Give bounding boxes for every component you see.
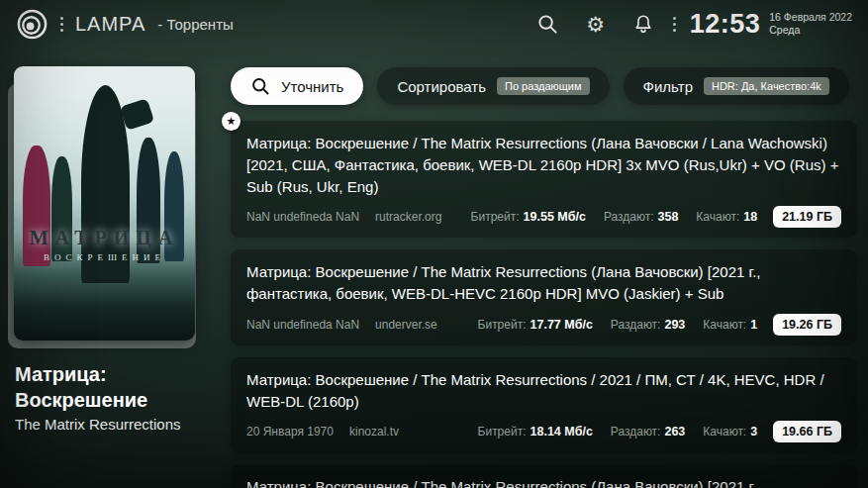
date-text: 16 Февраля 2022	[769, 11, 852, 24]
size-badge: 19.26 ГБ	[773, 314, 841, 336]
torrent-title: Матрица: Воскрешение / The Matrix Resurr…	[246, 261, 841, 305]
torrent-date: NaN undefineda NaN	[246, 318, 359, 332]
torrent-title: Матрица: Воскрешение / The Matrix Resurr…	[246, 133, 841, 197]
torrent-tracker: rutracker.org	[375, 210, 441, 224]
torrent-meta-row: 20 Января 1970 kinozal.tv Битрейт:18.14 …	[246, 421, 841, 442]
torrent-row[interactable]: Матрица: Воскрешение / The Matrix Resurr…	[231, 357, 857, 453]
search-icon	[250, 76, 271, 97]
leechers-stat: Качают:3	[703, 425, 757, 439]
refine-search-button[interactable]: Уточнить	[231, 67, 363, 105]
weekday-text: Среда	[769, 24, 852, 37]
seeders-stat: Раздают:358	[604, 210, 678, 224]
settings-gear-icon[interactable]: ⚙	[584, 12, 608, 36]
torrent-title: Матрица: Воскрешение / The Matrix Resurr…	[246, 369, 841, 413]
torrent-meta-row: NaN undefineda NaN rutracker.org Битрейт…	[246, 206, 841, 228]
torrent-tracker: underver.se	[375, 318, 437, 332]
leechers-stat: Качают:18	[696, 210, 757, 224]
torrent-title: Матрица: Воскрешение / The Matrix Resurr…	[246, 476, 841, 488]
torrent-row[interactable]: Матрица: Воскрешение / The Matrix Resurr…	[231, 464, 857, 488]
clock-time: 12:53	[690, 9, 761, 40]
toolbar: Уточнить Сортировать По раздающим Фильтр…	[231, 67, 857, 105]
size-badge: 21.19 ГБ	[773, 206, 841, 228]
movie-poster: МАТРИЦА ВОСКРЕШЕНИЕ	[14, 66, 195, 341]
seeders-stat: Раздают:293	[611, 318, 685, 332]
date-block: 16 Февраля 2022 Среда	[769, 11, 852, 36]
header-more-dots-icon[interactable]	[673, 17, 676, 32]
torrent-row[interactable]: Матрица: Воскрешение / The Matrix Resurr…	[231, 249, 857, 345]
menu-dots-icon[interactable]	[60, 17, 63, 32]
bitrate-stat: Битрейт:17.77 Мб/с	[478, 318, 593, 332]
filter-button[interactable]: Фильтр HDR: Да, Качество:4k	[624, 67, 849, 105]
bitrate-stat: Битрейт:18.14 Мб/с	[478, 425, 593, 439]
torrent-tracker: kinozal.tv	[349, 425, 399, 439]
sort-button-label: Сортировать	[397, 78, 486, 95]
size-badge: 19.66 ГБ	[773, 421, 841, 442]
app-title: LAMPA	[75, 13, 145, 36]
torrent-meta-row: NaN undefineda NaN underver.se Битрейт:1…	[246, 314, 841, 336]
movie-original-title: The Matrix Resurrections	[15, 416, 213, 433]
leechers-stat: Качают:1	[703, 318, 757, 332]
sort-value-badge: По раздающим	[497, 77, 590, 95]
search-icon[interactable]	[536, 12, 560, 36]
notifications-bell-icon[interactable]	[631, 12, 655, 36]
lampa-logo-icon	[16, 8, 48, 41]
sort-button[interactable]: Сортировать По раздающим	[377, 67, 609, 105]
torrent-row[interactable]: ★ Матрица: Воскрешение / The Matrix Resu…	[231, 121, 857, 238]
refine-button-label: Уточнить	[281, 78, 343, 95]
seeders-stat: Раздают:263	[611, 425, 685, 439]
star-marker-icon: ★	[222, 112, 241, 131]
page-title: - Торренты	[157, 16, 233, 33]
lampa-app-window: LAMPA - Торренты ⚙ 12:53 16 Февраля 2022…	[0, 0, 868, 488]
torrent-date: 20 Января 1970	[246, 425, 334, 439]
filter-button-label: Фильтр	[643, 78, 693, 95]
torrent-results-panel: Уточнить Сортировать По раздающим Фильтр…	[231, 67, 857, 488]
poster-title-text: МАТРИЦА	[14, 227, 195, 249]
header-bar: LAMPA - Торренты ⚙ 12:53 16 Февраля 2022…	[0, 0, 868, 48]
torrent-date: NaN undefineda NaN	[246, 210, 359, 224]
poster-subtitle-text: ВОСКРЕШЕНИЕ	[14, 252, 195, 262]
filter-value-badge: HDR: Да, Качество:4k	[704, 77, 829, 95]
bitrate-stat: Битрейт:19.55 Мб/с	[471, 210, 586, 224]
movie-title: Матрица: Воскрешение	[15, 361, 208, 413]
